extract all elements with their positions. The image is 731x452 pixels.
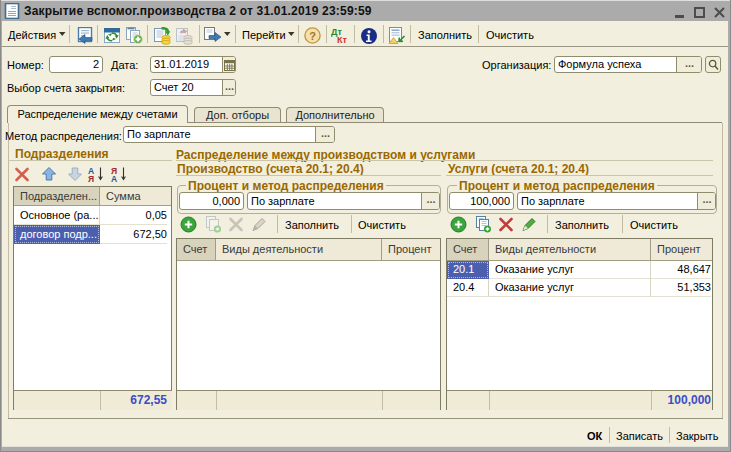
svg-text:?: ? — [309, 30, 316, 42]
svg-text:Я: Я — [88, 174, 94, 183]
svg-text:А: А — [111, 174, 117, 183]
svg-text:Кт: Кт — [337, 35, 347, 44]
